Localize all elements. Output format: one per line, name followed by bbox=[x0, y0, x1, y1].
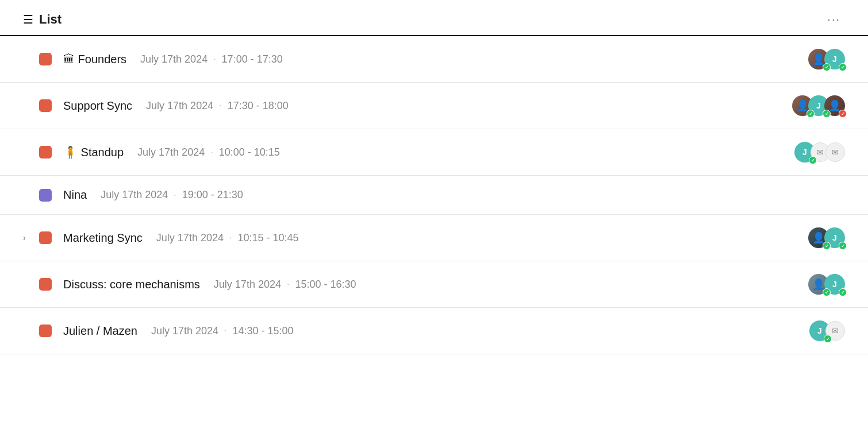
avatar-group: J ✉ ✉ bbox=[794, 142, 845, 163]
check-badge bbox=[823, 110, 831, 118]
event-name: 🧍 Standup bbox=[63, 145, 124, 159]
list-icon: ☰ bbox=[23, 13, 33, 26]
event-color-dot bbox=[39, 231, 52, 244]
event-color-dot bbox=[39, 53, 52, 65]
event-emoji: 🏛 bbox=[63, 53, 78, 65]
event-row[interactable]: Discuss: core mechanisms July 17th 2024 … bbox=[0, 261, 868, 308]
separator: · bbox=[213, 54, 216, 64]
more-button[interactable]: ··· bbox=[823, 10, 845, 28]
event-name: Julien / Mazen bbox=[63, 324, 137, 338]
avatar-group: 👤 J bbox=[808, 274, 845, 295]
separator: · bbox=[219, 101, 221, 111]
event-date: July 17th 2024 bbox=[101, 189, 168, 201]
avatar-mail: ✉ bbox=[825, 142, 845, 162]
expand-chevron-icon[interactable]: › bbox=[23, 233, 34, 242]
avatar-group: J ✉ bbox=[809, 320, 845, 341]
decline-badge bbox=[839, 110, 847, 118]
avatar-group: 👤 J bbox=[808, 227, 845, 248]
event-color-dot bbox=[39, 99, 52, 112]
check-badge bbox=[839, 288, 847, 296]
event-time: 19:00 - 21:30 bbox=[182, 189, 243, 201]
event-time: 14:30 - 15:00 bbox=[233, 325, 294, 337]
event-emoji: 🧍 bbox=[63, 146, 81, 159]
check-badge bbox=[809, 156, 817, 164]
event-row[interactable]: Support Sync July 17th 2024 · 17:30 - 18… bbox=[0, 83, 868, 129]
event-row[interactable]: 🏛 Founders July 17th 2024 · 17:00 - 17:3… bbox=[0, 36, 868, 83]
avatar-mail-icon: ✉ bbox=[825, 142, 845, 162]
header-left: ☰ List bbox=[23, 12, 62, 27]
event-row[interactable]: Nina July 17th 2024 · 19:00 - 21:30 bbox=[0, 176, 868, 215]
event-date: July 17th 2024 bbox=[146, 100, 213, 112]
check-badge bbox=[823, 63, 831, 71]
event-name: Discuss: core mechanisms bbox=[63, 278, 200, 291]
separator: · bbox=[174, 190, 176, 200]
event-color-dot bbox=[39, 146, 52, 159]
event-date: July 17th 2024 bbox=[140, 53, 208, 65]
event-list: 🏛 Founders July 17th 2024 · 17:00 - 17:3… bbox=[0, 36, 868, 354]
separator: · bbox=[210, 147, 213, 157]
event-color-dot bbox=[39, 189, 52, 202]
separator: · bbox=[229, 233, 232, 243]
event-name: 🏛 Founders bbox=[63, 53, 126, 66]
event-name: Nina bbox=[63, 188, 87, 202]
avatar-group: 👤 J 👤 bbox=[792, 95, 845, 116]
event-name: Marketing Sync bbox=[63, 231, 143, 245]
check-badge bbox=[823, 288, 831, 296]
event-time: 15:00 - 16:30 bbox=[295, 279, 356, 291]
event-date: July 17th 2024 bbox=[214, 279, 281, 291]
check-badge bbox=[839, 63, 847, 71]
event-color-dot bbox=[39, 324, 52, 337]
event-time: 10:00 - 10:15 bbox=[219, 146, 280, 159]
check-badge bbox=[824, 335, 832, 343]
check-badge bbox=[806, 110, 815, 118]
event-row[interactable]: 🧍 Standup July 17th 2024 · 10:00 - 10:15… bbox=[0, 129, 868, 176]
separator: · bbox=[287, 279, 289, 289]
event-time: 17:00 - 17:30 bbox=[222, 53, 283, 65]
event-row[interactable]: Julien / Mazen July 17th 2024 · 14:30 - … bbox=[0, 308, 868, 354]
page-header: ☰ List ··· bbox=[0, 0, 868, 36]
event-date: July 17th 2024 bbox=[151, 325, 218, 337]
separator: · bbox=[224, 326, 226, 336]
event-name: Support Sync bbox=[63, 99, 132, 113]
event-time: 10:15 - 10:45 bbox=[237, 232, 298, 244]
event-time: 17:30 - 18:00 bbox=[228, 100, 289, 112]
check-badge bbox=[839, 242, 847, 250]
event-color-dot bbox=[39, 278, 52, 291]
check-badge bbox=[823, 242, 831, 250]
event-row[interactable]: › Marketing Sync July 17th 2024 · 10:15 … bbox=[0, 215, 868, 261]
event-date: July 17th 2024 bbox=[156, 232, 224, 244]
page-title: List bbox=[39, 12, 62, 27]
event-date: July 17th 2024 bbox=[137, 146, 205, 159]
avatar-group: 👤 J bbox=[808, 49, 845, 69]
